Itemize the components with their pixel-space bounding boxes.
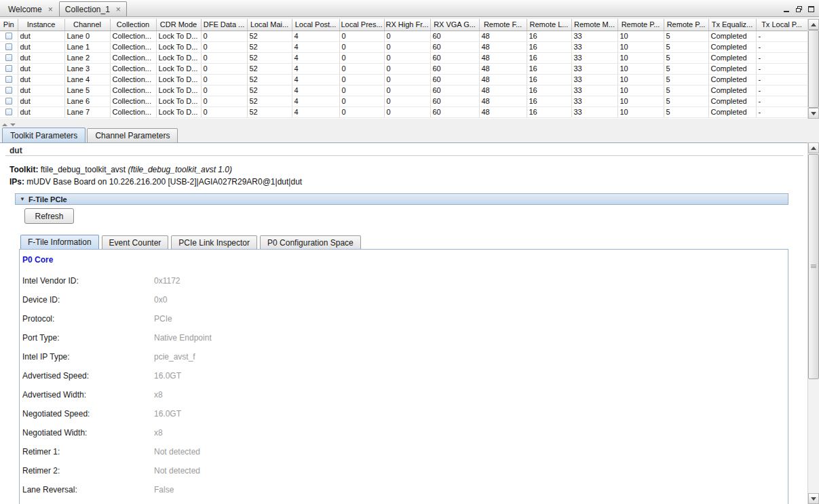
tab-label: F-Tile Information: [28, 237, 92, 247]
pin-checkbox[interactable]: [5, 76, 12, 83]
restore-icon[interactable]: [795, 5, 803, 14]
table-row[interactable]: dut Lane 4 Collection... Lock To D... 0 …: [0, 74, 807, 85]
column-header-local-pre[interactable]: Local Pres...: [339, 19, 384, 31]
cell-cdr-mode: Lock To D...: [156, 96, 201, 106]
table-row[interactable]: dut Lane 3 Collection... Lock To D... 0 …: [0, 63, 807, 74]
cell-rx-vga-gain: 60: [430, 96, 479, 106]
cell-local-pre: 0: [339, 52, 384, 63]
column-header-channel[interactable]: Channel: [64, 19, 110, 31]
table-row[interactable]: dut Lane 2 Collection... Lock To D... 0 …: [0, 52, 807, 63]
ftile-pcie-section-header[interactable]: ▼ F-Tile PCIe: [15, 193, 788, 205]
close-icon[interactable]: ×: [116, 6, 121, 13]
pin-checkbox[interactable]: [5, 109, 12, 115]
cell-dfe-data: 0: [201, 31, 247, 41]
parameter-value: Not detected: [154, 447, 200, 457]
column-header-collection[interactable]: Collection: [110, 19, 156, 31]
cell-rx-high-freq: 0: [384, 106, 430, 117]
parameter-value: 0x0: [154, 295, 167, 305]
tab-event-counter[interactable]: Event Counter: [102, 235, 169, 249]
cell-cdr-mode: Lock To D...: [156, 106, 201, 117]
cell-dfe-data: 0: [201, 63, 247, 74]
cell-local-main: 52: [247, 63, 292, 74]
sash-handle-icon[interactable]: [2, 123, 7, 126]
column-header-remote-p1[interactable]: Remote P...: [617, 19, 664, 31]
pin-checkbox[interactable]: [5, 98, 12, 104]
table-row[interactable]: dut Lane 5 Collection... Lock To D... 0 …: [0, 85, 807, 96]
cell-cdr-mode: Lock To D...: [156, 74, 201, 85]
pin-checkbox[interactable]: [5, 87, 12, 94]
ips-info-line: IPs: mUDV Base Board on 10.226.216.200 […: [9, 177, 302, 187]
scrollbar-thumb[interactable]: [808, 30, 819, 108]
column-header-remote-l[interactable]: Remote L...: [527, 19, 571, 31]
cell-local-main: 52: [247, 96, 292, 106]
pin-cell[interactable]: [0, 63, 18, 74]
toolkit-version: (ftile_debug_toolkit_avst 1.0): [128, 165, 232, 174]
column-header-dfe-data[interactable]: DFE Data ...: [201, 19, 247, 31]
column-header-remote-m[interactable]: Remote M...: [571, 19, 617, 31]
column-header-rx-vga-gain[interactable]: RX VGA G...: [430, 19, 479, 31]
tab-collection-1[interactable]: Collection_1 ×: [59, 1, 127, 16]
scroll-down-button[interactable]: [808, 493, 819, 504]
column-header-remote-f[interactable]: Remote F...: [479, 19, 527, 31]
column-header-pin[interactable]: Pin: [0, 19, 18, 31]
tab-pcie-link-inspector[interactable]: PCIe Link Inspector: [171, 235, 257, 249]
parameter-row: Protocol: PCIe: [22, 309, 788, 328]
table-scrollbar[interactable]: [807, 19, 819, 119]
scroll-down-button[interactable]: [808, 108, 819, 119]
cell-rx-vga-gain: 60: [430, 41, 479, 52]
cell-local-pre: 0: [339, 106, 384, 117]
column-header-local-main[interactable]: Local Mai...: [247, 19, 292, 31]
pin-cell[interactable]: [0, 74, 18, 85]
tab-welcome[interactable]: Welcome ×: [2, 1, 59, 16]
pin-cell[interactable]: [0, 96, 18, 106]
cell-remote-l: 16: [527, 63, 571, 74]
column-header-remote-p2[interactable]: Remote P...: [664, 19, 708, 31]
panel-scrollbar[interactable]: [807, 142, 819, 504]
sash-handle-icon[interactable]: [10, 123, 16, 126]
cell-remote-l: 16: [527, 96, 571, 106]
minimize-icon[interactable]: [782, 5, 791, 14]
scroll-up-button[interactable]: [808, 19, 819, 30]
pin-cell[interactable]: [0, 31, 18, 41]
scroll-up-button[interactable]: [808, 142, 819, 153]
column-header-rx-high-freq[interactable]: RX High Fr...: [384, 19, 430, 31]
table-row[interactable]: dut Lane 0 Collection... Lock To D... 0 …: [0, 31, 807, 41]
pin-cell[interactable]: [0, 52, 18, 63]
cell-rx-vga-gain: 60: [430, 85, 479, 96]
column-header-instance[interactable]: Instance: [18, 19, 64, 31]
tab-channel-parameters[interactable]: Channel Parameters: [87, 128, 178, 142]
cell-remote-p1: 10: [617, 52, 664, 63]
close-icon[interactable]: ×: [48, 6, 53, 13]
pin-cell[interactable]: [0, 106, 18, 117]
cell-rx-vga-gain: 60: [430, 106, 479, 117]
scrollbar-thumb[interactable]: [808, 154, 819, 379]
channel-table-region: Pin Instance Channel Collection CDR Mode…: [0, 19, 819, 119]
table-row[interactable]: dut Lane 1 Collection... Lock To D... 0 …: [0, 41, 807, 52]
column-header-cdr-mode[interactable]: CDR Mode: [156, 19, 201, 31]
parameter-row: Negotiated Speed: 16.0GT: [22, 404, 788, 423]
table-row[interactable]: dut Lane 7 Collection... Lock To D... 0 …: [0, 106, 807, 117]
pin-cell[interactable]: [0, 41, 18, 52]
pin-checkbox[interactable]: [5, 54, 12, 61]
tab-p0-configuration-space[interactable]: P0 Configuration Space: [260, 235, 361, 249]
tab-toolkit-parameters[interactable]: Toolkit Parameters: [2, 128, 85, 142]
cell-local-main: 52: [247, 41, 292, 52]
parameter-row: Retimer 2: Not detected: [22, 461, 788, 480]
maximize-icon[interactable]: [807, 5, 816, 14]
pin-checkbox[interactable]: [5, 65, 12, 72]
pin-checkbox[interactable]: [5, 33, 12, 39]
pin-cell[interactable]: [0, 85, 18, 96]
refresh-button[interactable]: Refresh: [24, 208, 74, 224]
collapse-arrow-icon[interactable]: ▼: [20, 197, 25, 202]
cell-local-pre: 0: [339, 41, 384, 52]
horizontal-splitter[interactable]: [0, 119, 819, 128]
column-header-tx-local-p[interactable]: Tx Local P...: [756, 19, 807, 31]
pin-checkbox[interactable]: [5, 43, 12, 50]
table-row[interactable]: dut Lane 6 Collection... Lock To D... 0 …: [0, 96, 807, 106]
cell-remote-f: 48: [479, 96, 527, 106]
cell-instance: dut: [18, 85, 64, 96]
column-header-tx-equalization[interactable]: Tx Equaliz...: [708, 19, 756, 31]
column-header-local-post[interactable]: Local Post...: [292, 19, 339, 31]
cell-collection: Collection...: [110, 74, 156, 85]
tab-ftile-information[interactable]: F-Tile Information: [20, 235, 99, 249]
